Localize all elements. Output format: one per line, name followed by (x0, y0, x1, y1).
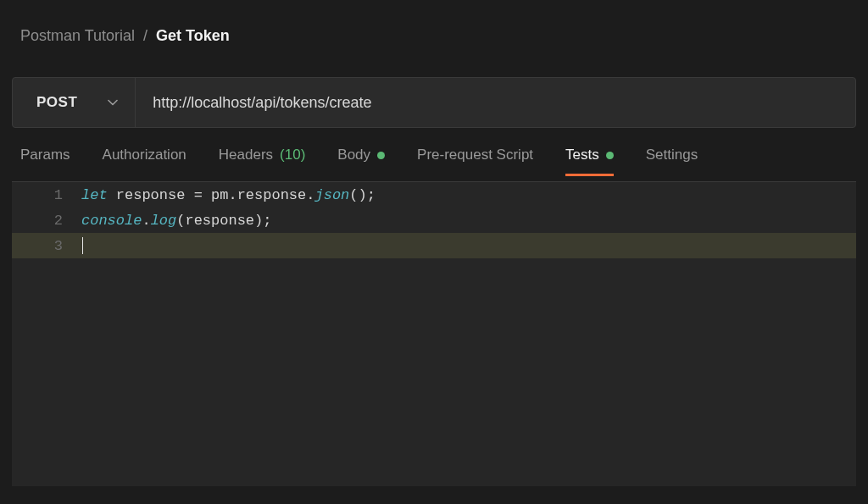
editor-line[interactable]: 2console.log(response); (12, 208, 856, 233)
request-bar: POST http://localhost/api/tokens/create (12, 77, 856, 128)
url-text: http://localhost/api/tokens/create (153, 94, 371, 112)
tab-headers[interactable]: Headers (10) (219, 147, 306, 176)
breadcrumb-title[interactable]: Get Token (156, 27, 230, 45)
code-editor[interactable]: 1let response = pm.response.json();2cons… (12, 181, 856, 486)
status-dot-icon (377, 152, 385, 159)
line-number: 2 (12, 213, 81, 229)
request-tabs: Params Authorization Headers (10) Body P… (0, 128, 868, 176)
editor-line[interactable]: 1let response = pm.response.json(); (12, 182, 856, 208)
method-label: POST (36, 94, 77, 111)
tab-settings-label: Settings (646, 147, 698, 163)
url-input[interactable]: http://localhost/api/tokens/create (136, 78, 855, 127)
tab-body[interactable]: Body (337, 147, 385, 176)
code-content: let response = pm.response.json(); (81, 187, 376, 203)
tab-prerequest[interactable]: Pre-request Script (417, 147, 533, 176)
tab-headers-label: Headers (219, 147, 273, 163)
tab-body-label: Body (337, 147, 370, 163)
line-number: 3 (12, 238, 81, 254)
tab-params-label: Params (20, 147, 70, 163)
breadcrumb-folder[interactable]: Postman Tutorial (20, 27, 135, 45)
tab-settings[interactable]: Settings (646, 147, 698, 176)
method-dropdown[interactable]: POST (13, 78, 136, 127)
code-content (81, 237, 83, 254)
tab-prerequest-label: Pre-request Script (417, 147, 533, 163)
breadcrumb-separator: / (143, 27, 147, 45)
chevron-down-icon (108, 97, 118, 108)
tab-tests[interactable]: Tests (565, 147, 614, 176)
tab-authorization-label: Authorization (103, 147, 186, 163)
status-dot-icon (606, 152, 614, 159)
code-content: console.log(response); (81, 213, 271, 229)
editor-line[interactable]: 3 (12, 233, 856, 258)
tab-params[interactable]: Params (20, 147, 70, 176)
text-cursor (82, 237, 83, 254)
tab-headers-count: (10) (280, 147, 305, 163)
breadcrumb: Postman Tutorial / Get Token (0, 0, 868, 60)
line-number: 1 (12, 187, 81, 203)
tab-authorization[interactable]: Authorization (103, 147, 186, 176)
tab-tests-label: Tests (565, 147, 599, 163)
